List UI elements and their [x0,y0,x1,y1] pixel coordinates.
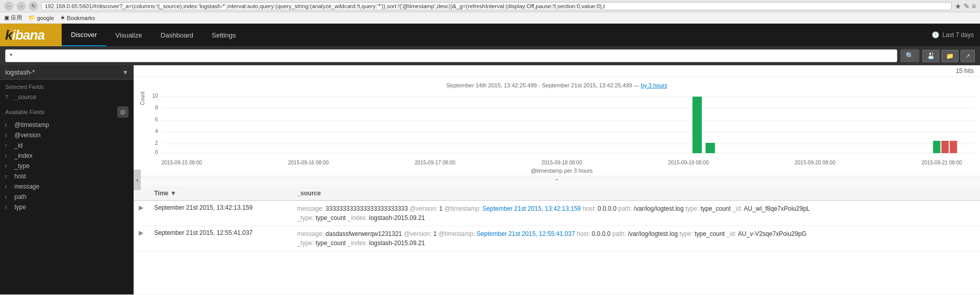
table-row: ▶ September 21st 2015, 12:55:41.037 mess… [134,226,980,251]
menu-icon[interactable]: ≡ [972,2,976,10]
index-selector[interactable]: logstash-* ▼ [0,65,134,80]
chart-title: September 14th 2015, 13:42:25.499 - Sept… [139,82,975,88]
source-cell-2: message: dasdassfwerwerqw1231321 @versio… [292,226,980,251]
svg-text:6: 6 [155,117,158,122]
collapse-chart-button[interactable]: ⌃ [134,176,980,187]
field-path[interactable]: r path [0,192,134,202]
main-layout: logstash-* ▼ Selected Fields ? _source A… [0,65,980,294]
results-table: Time ▼ _source ▶ September 21st 2015, 13… [134,187,980,251]
hits-count: 15 hits [134,65,980,77]
time-range-display[interactable]: 🕐 Last 7 days [932,31,980,39]
time-col-header[interactable]: Time ▼ [149,187,292,200]
index-dropdown-icon[interactable]: ▼ [122,69,128,76]
search-icon: 🔍 [905,52,914,60]
x-tick-3: 2015-09-17 08:00 [415,160,455,165]
nav-discover[interactable]: Discover [62,24,106,46]
url-bar[interactable]: 192.168.0.65:5601/#/discover?_a=(columns… [41,2,952,10]
field-type2[interactable]: r type [0,202,134,212]
search-bar: 🔍 💾 📁 ↗ [0,46,980,65]
x-tick-1: 2015-09-15 08:00 [161,160,202,165]
chart-inner: 10 8 6 4 2 0 [149,91,975,176]
search-button[interactable]: 🔍 [900,49,919,62]
nav-visualize[interactable]: Visualize [106,24,152,46]
bar-sep21-2 [941,141,949,153]
google-bookmark[interactable]: 📁 google [28,14,54,21]
x-tick-5: 2015-09-19 08:00 [668,160,709,165]
table-row: ▶ September 21st 2015, 13:42:13.159 mess… [134,200,980,226]
field-host[interactable]: r host [0,171,134,181]
extension-icon[interactable]: ✎ [964,2,970,10]
load-search-button[interactable]: 📁 [941,50,958,62]
bookmarks-bar: ▣ 应用 📁 google ★ Bookmarks [0,12,980,24]
nav-dashboard[interactable]: Dashboard [151,24,202,46]
share-search-button[interactable]: ↗ [960,50,975,62]
field-type[interactable]: r _type [0,161,134,171]
field-index[interactable]: r _index [0,151,134,161]
host-type-icon: r [5,174,11,179]
ftype-type-icon: r [5,163,11,169]
nav-settings[interactable]: Settings [202,24,245,46]
svg-text:10: 10 [152,93,158,99]
selected-fields-title: Selected Fields [0,80,134,92]
content-area: 15 hits September 14th 2015, 13:42:25.49… [134,65,980,294]
index-name: logstash-* [5,68,35,76]
bar-sep18-small [706,143,715,153]
main-nav: Discover Visualize Dashboard Settings [62,24,245,46]
source-field-item[interactable]: ? _source [0,92,134,102]
histogram-chart: 10 8 6 4 2 0 [149,91,975,158]
field-timestamp[interactable]: t @timestamp [0,120,134,130]
field-version[interactable]: t @version [0,130,134,140]
chart-container: Count 10 8 6 4 2 0 [139,91,975,176]
time-cell-2: September 21st 2015, 12:55:41.037 [149,226,292,251]
bar-sep21-1 [933,141,940,153]
index-type-icon: r [5,153,11,159]
available-fields-header: Available Fields ⚙ [0,102,134,120]
version-type-icon: t [5,133,11,138]
source-cell-1: message: 333333333333333333333333 @versi… [292,200,980,226]
chart-area: September 14th 2015, 13:42:25.499 - Sept… [134,77,980,176]
browser-bar: ← → ↻ 192.168.0.65:5601/#/discover?_a=(c… [0,0,980,12]
x-tick-4: 2015-09-18 08:00 [542,160,582,165]
folder-icon: 📁 [28,14,35,21]
fields-settings-button[interactable]: ⚙ [117,106,128,118]
source-col-header[interactable]: _source [292,187,980,200]
bar-sep18-peak [692,97,701,153]
question-icon: ? [5,95,11,100]
time-cell-1: September 21st 2015, 13:42:13.159 [149,200,292,226]
field-message[interactable]: r message [0,181,134,192]
svg-text:8: 8 [155,105,158,110]
message-type-icon: r [5,184,11,190]
x-axis-ticks: 2015-09-15 08:00 2015-09-16 08:00 2015-0… [149,160,975,165]
collapse-sidebar-button[interactable]: ‹ [134,170,141,190]
path-type-icon: r [5,194,11,200]
id-type-icon: r [5,143,11,149]
svg-text:4: 4 [155,128,158,134]
clock-icon: 🕐 [932,31,939,39]
x-tick-2: 2015-09-16 08:00 [288,160,329,165]
kibana-header: kibana Discover Visualize Dashboard Sett… [0,24,980,46]
expand-row-1-button[interactable]: ▶ [139,204,143,211]
timestamp-type-icon: t [5,122,11,128]
svg-text:2: 2 [155,140,158,146]
type2-type-icon: r [5,205,11,210]
apps-icon: ▣ [4,14,9,21]
bookmark-star-icon[interactable]: ★ [955,2,961,10]
by-3-hours-link[interactable]: by 3 hours [641,82,667,88]
x-tick-7: 2015-09-21 08:00 [921,160,962,165]
y-axis-label: Count [139,91,146,105]
x-tick-6: 2015-09-20 08:00 [795,160,836,165]
available-fields-title: Available Fields [5,109,45,115]
sort-icon: ▼ [170,190,176,197]
svg-text:0: 0 [155,150,158,155]
field-id[interactable]: r _id [0,140,134,151]
kibana-logo: kibana [0,24,62,46]
bookmarks-label[interactable]: ★ Bookmarks [60,14,95,21]
expand-row-2-button[interactable]: ▶ [139,229,143,236]
forward-button[interactable]: → [16,2,26,11]
back-button[interactable]: ← [4,2,13,11]
search-input[interactable] [5,49,897,62]
reload-button[interactable]: ↻ [29,2,38,11]
apps-bookmark[interactable]: ▣ 应用 [4,14,22,22]
save-search-button[interactable]: 💾 [922,50,939,62]
x-axis-label: @timestamp per 3 hours [149,165,975,176]
